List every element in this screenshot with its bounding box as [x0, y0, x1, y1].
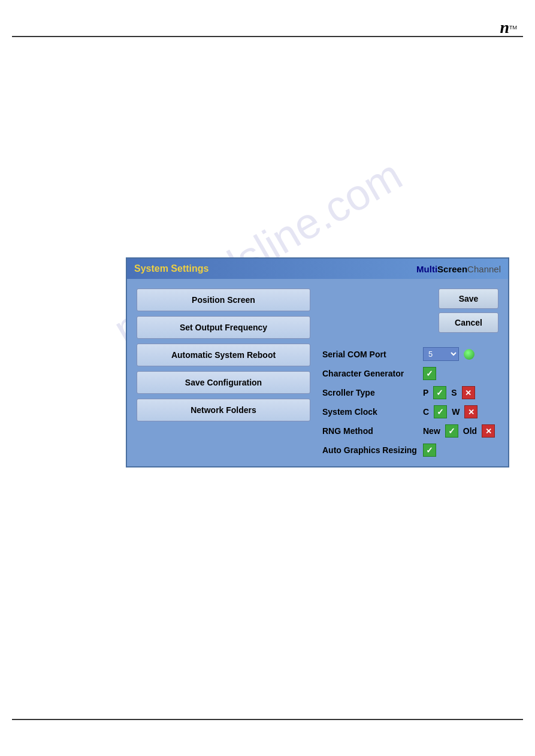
- auto-graphics-resizing-row: Auto Graphics Resizing ✓: [322, 444, 498, 457]
- nav-buttons-column: Position Screen Set Output Frequency Aut…: [137, 289, 310, 457]
- set-output-frequency-button[interactable]: Set Output Frequency: [137, 316, 310, 339]
- system-clock-c-label: C: [423, 407, 429, 417]
- dialog-titlebar: System Settings MultiScreenChannel: [127, 259, 508, 279]
- save-button[interactable]: Save: [439, 289, 498, 309]
- top-border-line: [12, 36, 523, 37]
- cancel-button[interactable]: Cancel: [439, 312, 498, 333]
- right-column: Save Cancel Serial COM Port 5 1 2 3 4: [322, 289, 498, 457]
- scroller-type-p-checkbox[interactable]: ✓: [433, 386, 446, 399]
- position-screen-button[interactable]: Position Screen: [137, 289, 310, 311]
- save-configuration-button[interactable]: Save Configuration: [137, 371, 310, 394]
- action-buttons: Save Cancel: [322, 289, 498, 333]
- network-folders-button[interactable]: Network Folders: [137, 399, 310, 421]
- auto-graphics-resizing-label: Auto Graphics Resizing: [322, 445, 418, 455]
- character-generator-row: Character Generator ✓: [322, 367, 498, 380]
- dialog-brand: MultiScreenChannel: [416, 264, 501, 274]
- serial-com-port-select[interactable]: 5 1 2 3 4: [423, 347, 459, 361]
- logo-letter: n: [500, 18, 509, 37]
- dialog-content: Position Screen Set Output Frequency Aut…: [127, 279, 508, 466]
- brand-screen: Screen: [437, 264, 467, 274]
- rng-method-row: RNG Method New ✓ Old ✕: [322, 424, 498, 438]
- rng-method-old-checkbox[interactable]: ✕: [482, 424, 495, 438]
- system-clock-c-checkbox[interactable]: ✓: [434, 405, 447, 418]
- settings-area: Serial COM Port 5 1 2 3 4 Character Gene…: [322, 347, 498, 457]
- brand-multi: Multi: [416, 264, 437, 274]
- serial-com-port-label: Serial COM Port: [322, 350, 418, 359]
- automatic-system-reboot-button[interactable]: Automatic System Reboot: [137, 344, 310, 366]
- dialog-title: System Settings: [134, 263, 208, 274]
- scroller-type-p-label: P: [423, 388, 428, 397]
- character-generator-checkbox[interactable]: ✓: [423, 367, 436, 380]
- auto-graphics-resizing-checkbox[interactable]: ✓: [423, 444, 436, 457]
- system-clock-w-checkbox[interactable]: ✕: [464, 405, 477, 418]
- rng-method-new-checkbox[interactable]: ✓: [445, 424, 458, 438]
- scroller-type-s-checkbox[interactable]: ✕: [462, 386, 475, 399]
- scroller-type-label: Scroller Type: [322, 388, 418, 397]
- rng-method-label: RNG Method: [322, 426, 418, 436]
- scroller-type-row: Scroller Type P ✓ S ✕: [322, 386, 498, 399]
- system-clock-label: System Clock: [322, 407, 418, 417]
- character-generator-label: Character Generator: [322, 369, 418, 378]
- system-clock-row: System Clock C ✓ W ✕: [322, 405, 498, 418]
- system-settings-dialog: System Settings MultiScreenChannel Posit…: [126, 257, 509, 467]
- brand-channel: Channel: [467, 264, 501, 274]
- scroller-type-s-label: S: [451, 388, 457, 397]
- rng-method-new-label: New: [423, 426, 440, 436]
- bottom-border-line: [12, 719, 523, 720]
- rng-method-old-label: Old: [463, 426, 477, 436]
- serial-com-port-row: Serial COM Port 5 1 2 3 4: [322, 347, 498, 361]
- com-port-status-indicator: [464, 349, 474, 360]
- logo-tm: TM: [509, 25, 517, 31]
- logo: nTM: [500, 18, 517, 37]
- system-clock-w-label: W: [452, 407, 460, 417]
